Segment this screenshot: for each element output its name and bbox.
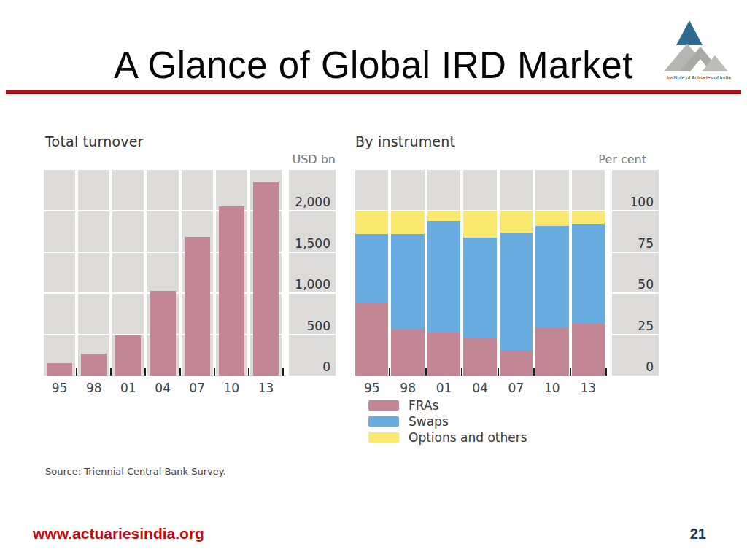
x-tick-label: 07 (500, 381, 533, 395)
x-tick-label: 04 (147, 381, 178, 395)
gridline (289, 252, 336, 253)
gridline (44, 252, 282, 253)
plot-column (44, 170, 75, 376)
axis-tick (110, 368, 112, 376)
bar-segment-fras-95 (355, 303, 388, 376)
axis-tick (570, 368, 571, 376)
bar-segment-fras-10 (535, 328, 568, 376)
gridline (612, 292, 659, 294)
bar-segment-options-and-others-07 (500, 211, 533, 232)
x-tick-label: 10 (216, 381, 247, 395)
gridline (612, 334, 659, 335)
bar-10 (219, 206, 244, 376)
x-tick-label: 95 (44, 381, 75, 395)
axis-tick (425, 368, 427, 376)
page-number: 21 (690, 526, 706, 542)
legend-item-swaps: Swaps (368, 413, 527, 429)
bar-segment-options-and-others-04 (463, 211, 496, 237)
x-tick-label: 10 (535, 381, 568, 395)
axis-tick (605, 368, 607, 376)
axis-tick (214, 368, 215, 376)
bar-98 (81, 354, 107, 376)
axis-tick (76, 368, 77, 376)
axis-tick (533, 368, 535, 376)
axis-tick (389, 368, 390, 376)
axis-tick (248, 368, 249, 376)
bar-segment-options-and-others-01 (427, 211, 460, 221)
axis-unit-label-per-cent: Per cent (559, 152, 646, 166)
bar-segment-fras-13 (572, 323, 605, 376)
bar-segment-swaps-98 (391, 234, 424, 330)
bar-07 (185, 237, 210, 376)
bar-segment-fras-04 (463, 338, 496, 376)
bar-segment-fras-01 (427, 332, 460, 376)
bar-segment-fras-07 (500, 351, 533, 376)
legend-swatch-swaps (368, 416, 399, 427)
x-tick-label: 07 (182, 381, 213, 395)
legend-swatch-options-and-others (368, 432, 399, 443)
axis-tick (179, 368, 181, 376)
gridline (44, 210, 282, 211)
legend-label-fras: FRAs (409, 398, 438, 413)
x-tick-label: 95 (355, 381, 388, 395)
gridline (612, 210, 659, 211)
title-underline (6, 90, 741, 94)
axis-tick (282, 368, 284, 376)
bar-13 (253, 182, 279, 376)
gridline (289, 292, 336, 294)
bar-04 (150, 291, 176, 376)
axis-unit-label-usd-bn: USD bn (248, 152, 336, 166)
chart-by-instrument: 959801040710130255075100 (355, 170, 659, 376)
y-axis-panel: 05001,0001,5002,000 (289, 170, 336, 376)
bar-95 (47, 363, 72, 376)
source-note: Source: Triennial Central Bank Survey. (45, 466, 226, 477)
axis-tick (144, 368, 146, 376)
axis-tick (498, 368, 499, 376)
x-tick-label: 98 (78, 381, 109, 395)
y-axis-panel: 0255075100 (612, 170, 659, 376)
bar-segment-swaps-04 (463, 238, 496, 338)
slide-title: A Glance of Global IRD Market (0, 44, 747, 87)
y-tick-label: 500 (289, 320, 336, 332)
chart-title-total-turnover: Total turnover (45, 133, 144, 149)
bar-segment-options-and-others-13 (572, 211, 605, 224)
gridline (289, 210, 336, 211)
bar-segment-options-and-others-98 (391, 211, 424, 234)
bar-01 (115, 335, 141, 376)
y-tick-label: 75 (612, 238, 659, 250)
gridline (289, 334, 336, 335)
gridline (612, 252, 659, 253)
legend-label-options-and-others: Options and others (409, 430, 527, 445)
bar-segment-options-and-others-10 (535, 211, 568, 225)
footer-url: www.actuariesindia.org (33, 525, 204, 542)
x-tick-label: 01 (427, 381, 460, 395)
bar-segment-swaps-95 (355, 234, 388, 303)
bar-segment-fras-98 (391, 330, 424, 376)
plot-column (78, 170, 109, 376)
x-tick-label: 13 (250, 381, 282, 395)
bar-segment-swaps-10 (535, 226, 568, 328)
chart-legend: FRAsSwapsOptions and others (368, 397, 527, 446)
y-tick-label: 50 (612, 279, 659, 291)
y-tick-label: 100 (612, 196, 659, 209)
x-tick-label: 13 (572, 381, 605, 395)
y-tick-label: 1,500 (289, 238, 336, 250)
legend-label-swaps: Swaps (409, 414, 449, 429)
bar-segment-swaps-01 (427, 221, 460, 332)
x-tick-label: 98 (391, 381, 424, 395)
x-tick-label: 04 (463, 381, 496, 395)
x-tick-label: 01 (112, 381, 144, 395)
logo-blue-triangle (676, 20, 703, 45)
chart-title-by-instrument: By instrument (355, 133, 455, 149)
bar-segment-options-and-others-95 (355, 211, 388, 234)
slide: Institute of Actuaries of India A Glance… (0, 0, 747, 560)
y-tick-label: 25 (612, 320, 659, 332)
y-tick-label: 2,000 (289, 196, 336, 209)
legend-item-options-and-others: Options and others (368, 429, 527, 446)
y-tick-label: 1,000 (289, 279, 336, 291)
legend-swatch-fras (368, 400, 399, 411)
y-tick-label: 0 (612, 361, 659, 373)
legend-item-fras: FRAs (368, 397, 527, 413)
bar-segment-swaps-13 (572, 224, 605, 322)
axis-tick (461, 368, 462, 376)
